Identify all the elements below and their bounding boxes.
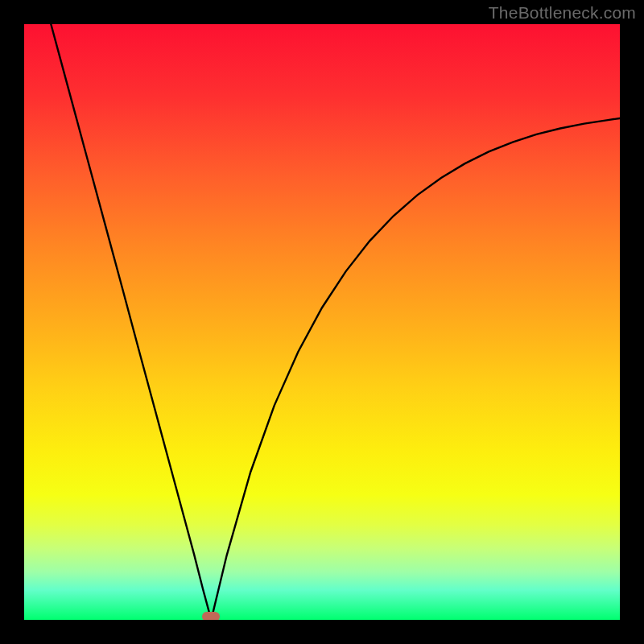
plot-area [24, 24, 620, 620]
bottleneck-curve [51, 24, 620, 620]
curve-layer [24, 24, 620, 620]
watermark-text: TheBottleneck.com [489, 3, 636, 23]
minimum-marker [202, 612, 220, 620]
chart-frame: TheBottleneck.com [0, 0, 644, 644]
